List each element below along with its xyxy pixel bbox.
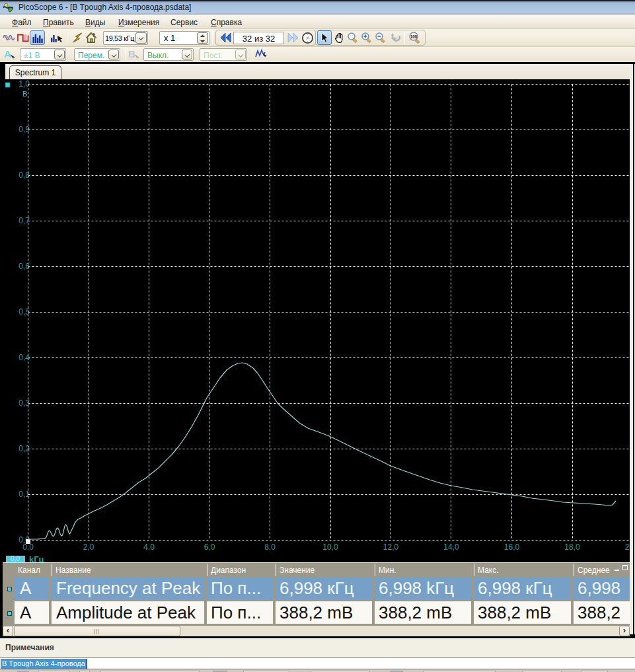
svg-text:0,2: 0,2 (19, 444, 30, 453)
svg-text:8,0: 8,0 (264, 542, 276, 552)
svg-text:2,0: 2,0 (83, 542, 94, 552)
svg-text:18,0: 18,0 (564, 542, 580, 552)
svg-text:1,0: 1,0 (19, 79, 30, 89)
svg-text:0,6: 0,6 (19, 262, 30, 271)
svg-text:14,0: 14,0 (443, 542, 459, 552)
svg-text:20,0: 20,0 (625, 542, 630, 552)
svg-text:100: 100 (410, 34, 418, 39)
svg-text:16,0: 16,0 (504, 542, 520, 552)
svg-text:0,9: 0,9 (19, 125, 30, 134)
svg-text:6,0: 6,0 (204, 542, 215, 552)
svg-text:12,0: 12,0 (383, 542, 399, 552)
svg-text:4,0: 4,0 (143, 542, 155, 552)
svg-text:0,7: 0,7 (19, 216, 30, 225)
svg-text:В: В (22, 90, 28, 98)
svg-text:0,8: 0,8 (19, 170, 30, 180)
svg-text:10,0: 10,0 (322, 542, 338, 552)
svg-text:0,3: 0,3 (19, 398, 30, 408)
svg-text:0,5: 0,5 (19, 307, 30, 317)
svg-text:0,0: 0,0 (22, 542, 34, 552)
svg-text:0,1: 0,1 (19, 490, 30, 499)
svg-text:0,4: 0,4 (19, 353, 30, 362)
svg-text:0,0: 0,0 (11, 555, 20, 562)
